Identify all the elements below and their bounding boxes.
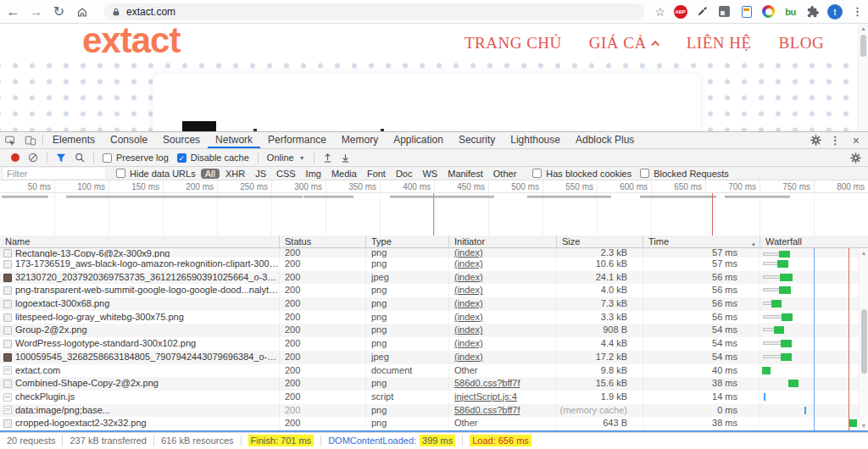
network-request-row[interactable]: WordPress-logotype-standard-300x102.png2… bbox=[0, 337, 868, 351]
filter-pill-css[interactable]: CSS bbox=[272, 169, 300, 179]
filter-pill-other[interactable]: Other bbox=[489, 169, 521, 179]
network-request-row[interactable]: logoextact-300x68.png200png(index)7.3 kB… bbox=[0, 297, 868, 311]
request-initiator[interactable]: 586d0.css?bff7f bbox=[454, 405, 520, 415]
export-har-button[interactable] bbox=[341, 152, 350, 163]
device-toolbar-button[interactable] bbox=[20, 132, 41, 148]
devtools-tab-lighthouse[interactable]: Lighthouse bbox=[503, 132, 568, 148]
request-initiator[interactable]: (index) bbox=[454, 285, 483, 295]
devtools-tab-memory[interactable]: Memory bbox=[334, 132, 386, 148]
devtools-tab-application[interactable]: Application bbox=[386, 132, 451, 148]
table-scrollbar[interactable]: ▲▼ bbox=[859, 248, 868, 430]
timeline-overview[interactable] bbox=[0, 193, 868, 236]
devtools-settings-button[interactable] bbox=[806, 132, 826, 148]
network-request-row[interactable]: extact.com200documentOther9.8 kB40 ms bbox=[0, 364, 868, 378]
request-initiator[interactable]: (index) bbox=[454, 324, 483, 335]
filter-toggle-button[interactable] bbox=[56, 153, 66, 163]
throttling-dropdown[interactable]: Online▼ bbox=[267, 152, 305, 163]
network-request-row[interactable]: Group-2@2x.png200png(index)908 B54 ms bbox=[0, 324, 868, 337]
network-request-row[interactable]: 32130720_2037920369753735_36121265903910… bbox=[0, 271, 868, 285]
column-header-status[interactable]: Status bbox=[280, 236, 366, 247]
nav-item-gia-ca[interactable]: GIÁ CẢ bbox=[589, 34, 659, 53]
inspect-element-button[interactable] bbox=[0, 132, 20, 148]
hide-data-urls-checkbox[interactable]: Hide data URLs bbox=[116, 169, 196, 179]
address-bar[interactable]: extact.com bbox=[103, 3, 644, 20]
request-initiator[interactable]: (index) bbox=[454, 272, 483, 282]
filter-pill-all[interactable]: All bbox=[201, 169, 220, 179]
scrollbar-thumb[interactable] bbox=[860, 35, 866, 57]
nav-item-trang-chu[interactable]: TRANG CHỦ bbox=[465, 34, 562, 53]
search-button[interactable] bbox=[75, 152, 85, 163]
column-header-size[interactable]: Size bbox=[557, 236, 643, 247]
network-request-row[interactable]: checkPlugin.js200scriptinjectScript.js:4… bbox=[0, 391, 868, 404]
extensions-puzzle-button[interactable] bbox=[805, 4, 820, 19]
scroll-down-arrow-icon[interactable]: ▼ bbox=[860, 423, 868, 429]
network-request-row[interactable]: Rectangle-13-Copy-6@2x-300x9.png200png(i… bbox=[0, 248, 868, 258]
network-request-row[interactable]: 100059545_3268258663184805_7907942443079… bbox=[0, 351, 868, 364]
request-initiator[interactable]: injectScript.js:4 bbox=[454, 391, 517, 402]
extension-adblock-plus-icon[interactable]: ABP bbox=[673, 4, 687, 19]
devtools-menu-button[interactable]: ⋮ bbox=[828, 134, 846, 147]
devtools-tab-sources[interactable]: Sources bbox=[155, 132, 208, 148]
extension-builtwith-icon[interactable]: bu bbox=[783, 4, 798, 19]
reload-button[interactable]: ↻ bbox=[49, 2, 69, 22]
browser-menu-button[interactable]: ⋮ bbox=[850, 5, 868, 18]
extension-color-picker-icon[interactable] bbox=[695, 4, 709, 19]
network-request-row[interactable]: 173-1736519_aws-black-logo-amazon-rekogn… bbox=[0, 258, 868, 271]
back-button[interactable]: ← bbox=[3, 2, 23, 22]
extension-clipboard-icon[interactable] bbox=[739, 4, 754, 19]
forward-button[interactable]: → bbox=[26, 2, 46, 22]
bookmark-star-icon[interactable]: ☆ bbox=[654, 5, 665, 19]
devtools-close-button[interactable]: × bbox=[848, 134, 865, 147]
devtools-tab-network[interactable]: Network bbox=[208, 132, 260, 148]
filter-input[interactable] bbox=[3, 168, 105, 179]
request-initiator[interactable]: (index) bbox=[454, 298, 483, 308]
filter-pill-ws[interactable]: WS bbox=[418, 169, 442, 179]
devtools-tab-performance[interactable]: Performance bbox=[260, 132, 334, 148]
devtools-tab-elements[interactable]: Elements bbox=[45, 132, 103, 148]
filter-pill-xhr[interactable]: XHR bbox=[221, 169, 249, 179]
filter-pill-media[interactable]: Media bbox=[327, 169, 361, 179]
blocked-requests-checkbox[interactable]: Blocked Requests bbox=[640, 169, 729, 179]
request-initiator[interactable]: (index) bbox=[454, 338, 483, 348]
request-initiator[interactable]: (index) bbox=[454, 352, 483, 362]
extension-screenshot-icon[interactable] bbox=[717, 4, 732, 19]
request-initiator[interactable]: (index) bbox=[454, 248, 483, 258]
site-logo[interactable]: extact bbox=[82, 24, 180, 61]
disable-cache-checkbox[interactable]: ✓Disable cache bbox=[177, 152, 249, 163]
home-button[interactable] bbox=[72, 2, 92, 22]
network-request-row[interactable]: Combined-Shape-Copy-2@2x.png200png586d0.… bbox=[0, 377, 868, 391]
devtools-tab-adblock-plus[interactable]: Adblock Plus bbox=[568, 132, 642, 148]
column-header-waterfall[interactable]: Waterfall bbox=[760, 236, 868, 247]
network-request-row[interactable]: cropped-logoextact2-32x32.png200pngOther… bbox=[0, 417, 868, 430]
devtools-tab-console[interactable]: Console bbox=[103, 132, 155, 148]
scroll-up-arrow-icon[interactable]: ▲ bbox=[859, 25, 868, 31]
network-settings-button[interactable] bbox=[850, 152, 868, 164]
column-header-time[interactable]: Time▼ bbox=[643, 236, 760, 247]
import-har-button[interactable] bbox=[323, 152, 332, 163]
extension-colorful-ring-icon[interactable] bbox=[761, 4, 776, 19]
filter-pill-font[interactable]: Font bbox=[363, 169, 390, 179]
network-request-row[interactable]: litespeed-logo-gray_whitebg-300x75.png20… bbox=[0, 311, 868, 324]
filter-pill-js[interactable]: JS bbox=[251, 169, 270, 179]
preserve-log-checkbox[interactable]: Preserve log bbox=[103, 152, 169, 163]
page-scrollbar[interactable]: ▲ bbox=[858, 24, 868, 131]
nav-item-lien-he[interactable]: LIÊN HỆ bbox=[687, 34, 752, 53]
network-request-row[interactable]: png-transparent-web-summit-google-logo-g… bbox=[0, 284, 868, 297]
column-header-name[interactable]: Name bbox=[0, 236, 280, 247]
devtools-tab-security[interactable]: Security bbox=[451, 132, 503, 148]
filter-pill-manifest[interactable]: Manifest bbox=[443, 169, 487, 179]
filter-pill-img[interactable]: Img bbox=[302, 169, 326, 179]
column-header-type[interactable]: Type bbox=[366, 236, 449, 247]
request-initiator[interactable]: (index) bbox=[454, 312, 483, 322]
nav-item-blog[interactable]: BLOG bbox=[779, 34, 825, 53]
has-blocked-cookies-checkbox[interactable]: Has blocked cookies bbox=[532, 169, 632, 179]
request-initiator[interactable]: (index) bbox=[454, 258, 483, 269]
filter-pill-doc[interactable]: Doc bbox=[392, 169, 417, 179]
column-header-initiator[interactable]: Initiator bbox=[449, 236, 557, 247]
network-request-row[interactable]: data:image/png;base...200png586d0.css?bf… bbox=[0, 404, 868, 418]
clear-button[interactable] bbox=[28, 152, 38, 163]
profile-avatar[interactable]: t bbox=[827, 4, 843, 19]
scroll-up-arrow-icon[interactable]: ▲ bbox=[860, 250, 868, 256]
request-initiator[interactable]: 586d0.css?bff7f bbox=[454, 378, 520, 388]
scrollbar-thumb[interactable] bbox=[861, 309, 867, 374]
